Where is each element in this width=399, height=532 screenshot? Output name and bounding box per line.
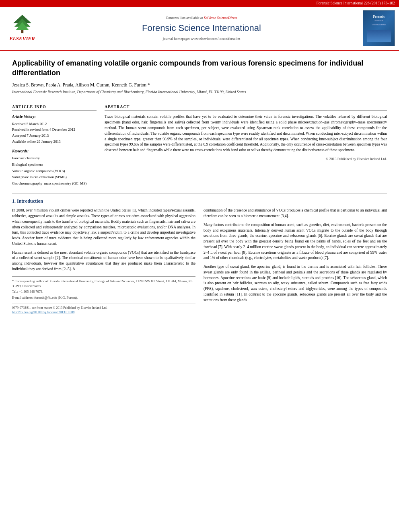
journal-top-bar: Forensic Science International 226 (2013… — [0, 0, 399, 7]
keyword-1: Forensic chemistry — [12, 156, 97, 161]
body-two-col: In 2008, over 4 million violent crimes w… — [12, 208, 387, 314]
abstract-heading: ABSTRACT — [105, 104, 387, 111]
introduction-section: 1. Introduction In 2008, over 4 million … — [12, 193, 387, 314]
abstract-paragraph: Trace biological materials contain volat… — [105, 114, 387, 153]
keywords-section: Keywords: Forensic chemistry Biological … — [12, 149, 97, 186]
footer-doi[interactable]: http://dx.doi.org/10.1016/j.forsciint.20… — [12, 310, 195, 314]
journal-brand-row: ELSEVIER Contents lists available at Sci… — [0, 7, 399, 48]
sciverse-link[interactable]: SciVerse ScienceDirect — [204, 16, 237, 20]
journal-center: Contents lists available at SciVerse Sci… — [40, 15, 363, 41]
article-title: Applicability of emanating volatile orga… — [12, 59, 387, 78]
journal-citation: Forensic Science International 226 (2013… — [317, 1, 395, 5]
keywords-list: Forensic chemistry Biological specimens … — [12, 156, 97, 186]
contents-text: Contents lists available at — [166, 16, 203, 20]
article-content: Applicability of emanating volatile orga… — [0, 51, 399, 322]
body-left-column: In 2008, over 4 million violent crimes w… — [12, 208, 195, 314]
footer-info: 0379-0738/$ – see front matter © 2013 Pu… — [12, 304, 195, 314]
accepted-date: Accepted 7 January 2013 — [12, 133, 97, 138]
affiliation-line: International Forensic Research Institut… — [12, 90, 387, 95]
body-left-text: In 2008, over 4 million violent crimes w… — [12, 208, 195, 272]
article-info-abstract-section: ARTICLE INFO Article history: Received 5… — [12, 100, 387, 187]
article-info-heading: ARTICLE INFO — [12, 104, 97, 111]
footnote-email: E-mail address: furtonk@fiu.edu (K.G. Fu… — [12, 296, 195, 300]
keyword-3: Volatile organic compounds (VOCs) — [12, 168, 97, 174]
available-date: Available online 29 January 2013 — [12, 139, 97, 144]
revised-date: Received in revised form 4 December 2012 — [12, 127, 97, 132]
intro-right-p2: Many factors contribute to the compositi… — [204, 222, 387, 261]
article-history-label: Article history: — [12, 114, 97, 119]
left-column: ARTICLE INFO Article history: Received 5… — [12, 104, 97, 187]
keywords-label: Keywords: — [12, 149, 97, 154]
intro-p2: Human scent is defined as the most abund… — [12, 250, 195, 272]
keyword-5: Gas chromatography–mass spectrometry (GC… — [12, 181, 97, 186]
footnote-tel: Tel.: +1 305 348 7678. — [12, 290, 195, 294]
authors-text: Jessica S. Brown, Paola A. Prada, Alliso… — [12, 82, 150, 87]
body-right-column: combination of the presence and abundanc… — [204, 208, 387, 314]
footnote-star: * Corresponding author at: Florida Inter… — [12, 279, 195, 289]
journal-cover-image: Forensic Science International — [363, 10, 395, 46]
received-date: Received 5 March 2012 — [12, 121, 97, 127]
abstract-text: Trace biological materials contain volat… — [105, 114, 387, 153]
body-right-text: combination of the presence and abundanc… — [204, 208, 387, 303]
intro-right-p3: Another type of sweat gland, the apocrin… — [204, 264, 387, 303]
copyright-note: © 2013 Published by Elsevier Ireland Ltd… — [105, 156, 387, 162]
journal-header: Forensic Science International 226 (2013… — [0, 0, 399, 51]
journal-title-display: Forensic Science International — [40, 22, 363, 35]
elsevier-logo: ELSEVIER — [4, 14, 40, 42]
journal-homepage: journal homepage: www.elsevier.com/locat… — [40, 36, 363, 41]
keyword-2: Biological specimens — [12, 162, 97, 167]
footnote-section: * Corresponding author at: Florida Inter… — [12, 276, 195, 301]
intro-p1: In 2008, over 4 million violent crimes w… — [12, 208, 195, 246]
right-column: ABSTRACT Trace biological materials cont… — [105, 104, 387, 187]
elsevier-name-text: ELSEVIER — [9, 35, 35, 42]
sciverse-line: Contents lists available at SciVerse Sci… — [40, 15, 363, 21]
elsevier-tree-icon — [11, 14, 33, 34]
intro-right-p1: combination of the presence and abundanc… — [204, 208, 387, 219]
footer-issn: 0379-0738/$ – see front matter © 2013 Pu… — [12, 306, 195, 310]
keyword-4: Solid phase micro-extraction (SPME) — [12, 175, 97, 180]
intro-heading: 1. Introduction — [12, 198, 387, 205]
authors-line: Jessica S. Brown, Paola A. Prada, Alliso… — [12, 82, 387, 88]
